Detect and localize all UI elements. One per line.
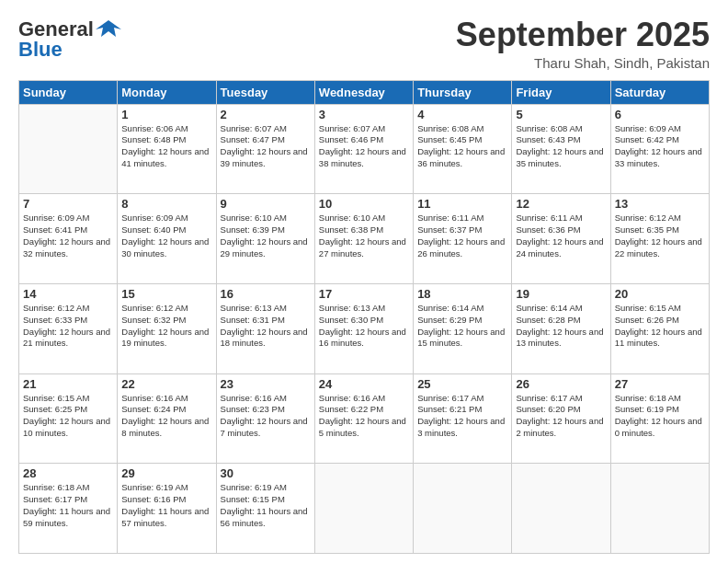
weekday-header-tuesday: Tuesday (216, 80, 314, 104)
day-number: 24 (319, 377, 409, 391)
calendar-cell: 6Sunrise: 6:09 AMSunset: 6:42 PMDaylight… (610, 104, 709, 194)
logo-bird-icon (96, 17, 121, 42)
calendar-cell (314, 464, 413, 554)
day-info: Sunrise: 6:09 AMSunset: 6:41 PMDaylight:… (23, 213, 113, 259)
day-info: Sunrise: 6:09 AMSunset: 6:40 PMDaylight:… (121, 213, 211, 259)
calendar-cell: 25Sunrise: 6:17 AMSunset: 6:21 PMDayligh… (414, 373, 512, 464)
calendar-cell: 26Sunrise: 6:17 AMSunset: 6:20 PMDayligh… (512, 373, 610, 464)
day-number: 8 (121, 197, 211, 211)
day-info: Sunrise: 6:11 AMSunset: 6:37 PMDaylight:… (417, 213, 507, 259)
day-info: Sunrise: 6:10 AMSunset: 6:39 PMDaylight:… (221, 213, 311, 259)
day-info: Sunrise: 6:08 AMSunset: 6:45 PMDaylight:… (417, 123, 507, 170)
day-number: 16 (221, 287, 311, 301)
calendar-cell: 23Sunrise: 6:16 AMSunset: 6:23 PMDayligh… (216, 373, 314, 464)
logo-text-blue: Blue (18, 39, 63, 61)
calendar-cell (414, 464, 512, 554)
day-number: 10 (319, 197, 409, 211)
day-info: Sunrise: 6:07 AMSunset: 6:47 PMDaylight:… (221, 123, 311, 170)
day-info: Sunrise: 6:16 AMSunset: 6:22 PMDaylight:… (319, 393, 409, 440)
day-info: Sunrise: 6:07 AMSunset: 6:46 PMDaylight:… (319, 123, 409, 170)
month-title: September 2025 (456, 17, 710, 53)
calendar-body: 1Sunrise: 6:06 AMSunset: 6:48 PMDaylight… (19, 104, 710, 553)
calendar-cell: 20Sunrise: 6:15 AMSunset: 6:26 PMDayligh… (610, 283, 709, 373)
calendar-cell: 8Sunrise: 6:09 AMSunset: 6:40 PMDaylight… (118, 194, 216, 284)
day-number: 14 (23, 287, 113, 301)
calendar-cell: 16Sunrise: 6:13 AMSunset: 6:31 PMDayligh… (216, 283, 314, 373)
header: General Blue September 2025 Tharu Shah, … (18, 17, 710, 71)
weekday-header-monday: Monday (118, 80, 216, 104)
day-number: 5 (516, 108, 606, 121)
day-info: Sunrise: 6:17 AMSunset: 6:21 PMDaylight:… (417, 393, 507, 440)
day-number: 12 (516, 197, 606, 211)
day-info: Sunrise: 6:11 AMSunset: 6:36 PMDaylight:… (516, 213, 606, 259)
svg-marker-0 (96, 20, 121, 37)
day-info: Sunrise: 6:06 AMSunset: 6:48 PMDaylight:… (121, 123, 211, 170)
calendar-cell: 19Sunrise: 6:14 AMSunset: 6:28 PMDayligh… (512, 283, 610, 373)
day-number: 11 (417, 197, 507, 211)
day-number: 6 (615, 108, 705, 121)
day-info: Sunrise: 6:16 AMSunset: 6:23 PMDaylight:… (221, 393, 311, 440)
day-number: 25 (417, 377, 507, 391)
calendar-cell: 18Sunrise: 6:14 AMSunset: 6:29 PMDayligh… (414, 283, 512, 373)
calendar-week-0: 1Sunrise: 6:06 AMSunset: 6:48 PMDaylight… (19, 104, 710, 194)
calendar-cell: 17Sunrise: 6:13 AMSunset: 6:30 PMDayligh… (314, 283, 413, 373)
day-number: 4 (417, 108, 507, 121)
day-info: Sunrise: 6:13 AMSunset: 6:30 PMDaylight:… (319, 303, 409, 350)
calendar-cell: 5Sunrise: 6:08 AMSunset: 6:43 PMDaylight… (512, 104, 610, 194)
day-info: Sunrise: 6:18 AMSunset: 6:17 PMDaylight:… (23, 482, 113, 529)
day-number: 9 (221, 197, 311, 211)
day-number: 27 (615, 377, 705, 391)
calendar-cell (610, 464, 709, 554)
day-number: 20 (615, 287, 705, 301)
calendar-header: SundayMondayTuesdayWednesdayThursdayFrid… (19, 80, 710, 104)
weekday-header-friday: Friday (512, 80, 610, 104)
calendar-cell: 2Sunrise: 6:07 AMSunset: 6:47 PMDaylight… (216, 104, 314, 194)
calendar-cell: 14Sunrise: 6:12 AMSunset: 6:33 PMDayligh… (19, 283, 118, 373)
day-info: Sunrise: 6:16 AMSunset: 6:24 PMDaylight:… (121, 393, 211, 440)
calendar-cell: 3Sunrise: 6:07 AMSunset: 6:46 PMDaylight… (314, 104, 413, 194)
calendar-cell: 27Sunrise: 6:18 AMSunset: 6:19 PMDayligh… (610, 373, 709, 464)
day-number: 7 (23, 197, 113, 211)
day-number: 19 (516, 287, 606, 301)
calendar-cell: 11Sunrise: 6:11 AMSunset: 6:37 PMDayligh… (414, 194, 512, 284)
calendar-cell (19, 104, 118, 194)
day-number: 23 (221, 377, 311, 391)
calendar-cell: 1Sunrise: 6:06 AMSunset: 6:48 PMDaylight… (118, 104, 216, 194)
calendar-cell: 30Sunrise: 6:19 AMSunset: 6:15 PMDayligh… (216, 464, 314, 554)
day-info: Sunrise: 6:14 AMSunset: 6:28 PMDaylight:… (516, 303, 606, 350)
day-info: Sunrise: 6:09 AMSunset: 6:42 PMDaylight:… (615, 123, 705, 170)
day-number: 26 (516, 377, 606, 391)
day-info: Sunrise: 6:13 AMSunset: 6:31 PMDaylight:… (221, 303, 311, 350)
location-title: Tharu Shah, Sindh, Pakistan (456, 55, 710, 71)
calendar-cell: 28Sunrise: 6:18 AMSunset: 6:17 PMDayligh… (19, 464, 118, 554)
day-info: Sunrise: 6:12 AMSunset: 6:33 PMDaylight:… (23, 303, 113, 350)
calendar-cell: 24Sunrise: 6:16 AMSunset: 6:22 PMDayligh… (314, 373, 413, 464)
calendar-cell: 22Sunrise: 6:16 AMSunset: 6:24 PMDayligh… (118, 373, 216, 464)
day-info: Sunrise: 6:19 AMSunset: 6:16 PMDaylight:… (121, 482, 211, 529)
day-info: Sunrise: 6:12 AMSunset: 6:35 PMDaylight:… (615, 213, 705, 259)
calendar-cell (512, 464, 610, 554)
day-number: 30 (221, 466, 311, 480)
weekday-header-thursday: Thursday (414, 80, 512, 104)
day-number: 22 (121, 377, 211, 391)
day-number: 3 (319, 108, 409, 121)
calendar-week-1: 7Sunrise: 6:09 AMSunset: 6:41 PMDaylight… (19, 194, 710, 284)
day-info: Sunrise: 6:15 AMSunset: 6:26 PMDaylight:… (615, 303, 705, 350)
day-info: Sunrise: 6:12 AMSunset: 6:32 PMDaylight:… (121, 303, 211, 350)
calendar-cell: 9Sunrise: 6:10 AMSunset: 6:39 PMDaylight… (216, 194, 314, 284)
day-number: 2 (221, 108, 311, 121)
day-number: 18 (417, 287, 507, 301)
day-number: 13 (615, 197, 705, 211)
calendar-cell: 10Sunrise: 6:10 AMSunset: 6:38 PMDayligh… (314, 194, 413, 284)
calendar-week-3: 21Sunrise: 6:15 AMSunset: 6:25 PMDayligh… (19, 373, 710, 464)
day-number: 29 (121, 466, 211, 480)
day-number: 1 (121, 108, 211, 121)
day-info: Sunrise: 6:17 AMSunset: 6:20 PMDaylight:… (516, 393, 606, 440)
calendar-cell: 12Sunrise: 6:11 AMSunset: 6:36 PMDayligh… (512, 194, 610, 284)
calendar-cell: 7Sunrise: 6:09 AMSunset: 6:41 PMDaylight… (19, 194, 118, 284)
day-info: Sunrise: 6:15 AMSunset: 6:25 PMDaylight:… (23, 393, 113, 440)
calendar-cell: 4Sunrise: 6:08 AMSunset: 6:45 PMDaylight… (414, 104, 512, 194)
calendar-week-2: 14Sunrise: 6:12 AMSunset: 6:33 PMDayligh… (19, 283, 710, 373)
title-block: September 2025 Tharu Shah, Sindh, Pakist… (456, 17, 710, 71)
weekday-row: SundayMondayTuesdayWednesdayThursdayFrid… (19, 80, 710, 104)
